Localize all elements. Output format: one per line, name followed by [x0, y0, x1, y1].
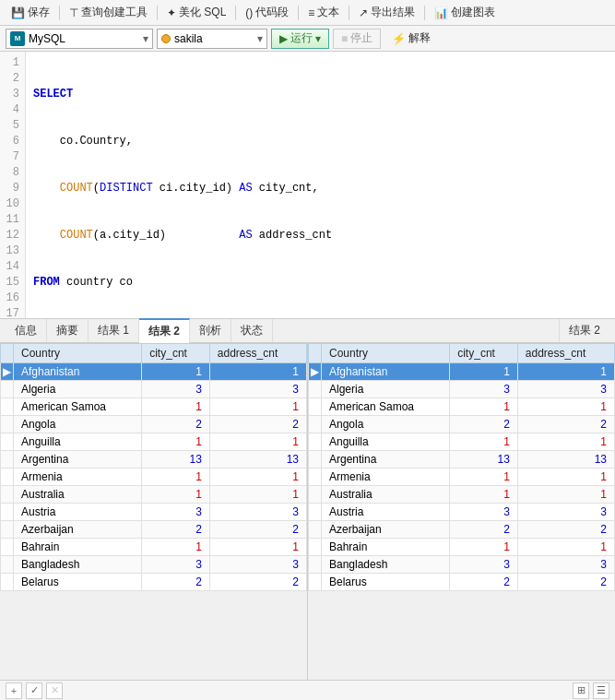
cell-city-cnt: 1 — [450, 363, 518, 381]
explain-button[interactable]: ⚡ 解释 — [384, 29, 438, 49]
table-row[interactable]: Anguilla11 — [309, 433, 615, 451]
row-marker — [309, 416, 322, 433]
table-row[interactable]: Algeria33 — [309, 381, 615, 398]
table-row[interactable]: Belarus22 — [1, 574, 307, 591]
row-marker — [1, 451, 14, 469]
table-row[interactable]: Bangladesh33 — [309, 556, 615, 574]
cell-address-cnt: 1 — [517, 539, 614, 556]
table-row[interactable]: Armenia11 — [309, 469, 615, 486]
save-button[interactable]: 💾 保存 — [6, 3, 55, 22]
row-marker — [309, 556, 322, 574]
chart-button[interactable]: 📊 创建图表 — [429, 3, 501, 22]
tab-analyze[interactable]: 剖析 — [190, 319, 231, 342]
result-pane-1[interactable]: Country city_cnt address_cnt ▶Afghanista… — [0, 343, 308, 680]
table-row[interactable]: ▶Afghanistan11 — [1, 363, 307, 381]
tab-result2[interactable]: 结果 2 — [139, 318, 190, 343]
cell-address-cnt: 1 — [517, 398, 614, 416]
cell-country: Austria — [322, 504, 450, 521]
connection-selector[interactable]: M MySQL ▾ — [6, 29, 153, 49]
export-button[interactable]: ↗ 导出结果 — [353, 3, 420, 22]
table-row[interactable]: Azerbaijan22 — [1, 521, 307, 539]
table-row[interactable]: Argentina1313 — [309, 451, 615, 469]
cell-country: Austria — [14, 504, 142, 521]
cell-city-cnt: 1 — [142, 433, 210, 451]
table-row[interactable]: Belarus22 — [309, 574, 615, 591]
cell-address-cnt: 1 — [209, 363, 306, 381]
cell-address-cnt: 3 — [517, 504, 614, 521]
table-row[interactable]: Bahrain11 — [309, 539, 615, 556]
results-area: Country city_cnt address_cnt ▶Afghanista… — [0, 343, 615, 680]
database-selector[interactable]: sakila ▾ — [157, 29, 267, 49]
stop-button[interactable]: ■ 停止 — [333, 29, 381, 49]
row-marker — [309, 574, 322, 591]
code-content[interactable]: SELECT co.Country, COUNT(DISTINCT ci.cit… — [26, 52, 615, 318]
sql-editor[interactable]: 12345 678910 1112131415 1617181920 21222… — [0, 52, 615, 319]
result-pane-2[interactable]: Country city_cnt address_cnt ▶Afghanista… — [308, 343, 615, 680]
row-marker — [1, 433, 14, 451]
list-view-button[interactable]: ☰ — [593, 682, 609, 699]
grid-view-button[interactable]: ⊞ — [573, 682, 589, 699]
cell-address-cnt: 1 — [209, 486, 306, 504]
cell-country: Argentina — [322, 451, 450, 469]
tab-status[interactable]: 状态 — [231, 319, 273, 342]
query-builder-button[interactable]: ⊤ 查询创建工具 — [64, 3, 153, 22]
table-row[interactable]: Anguilla11 — [1, 433, 307, 451]
cell-address-cnt: 2 — [209, 416, 306, 433]
table-row[interactable]: Bangladesh33 — [1, 556, 307, 574]
check-icon: ✓ — [30, 684, 39, 696]
add-row-button[interactable]: + — [6, 682, 22, 699]
chart-icon: 📊 — [434, 6, 448, 19]
row-marker — [309, 451, 322, 469]
cell-address-cnt: 2 — [517, 574, 614, 591]
row-marker — [1, 398, 14, 416]
cell-city-cnt: 3 — [142, 556, 210, 574]
delete-button[interactable]: ✕ — [46, 682, 63, 699]
table-row[interactable]: Austria33 — [1, 504, 307, 521]
run-button[interactable]: ▶ 运行 ▾ — [271, 29, 329, 49]
table-row[interactable]: Angola22 — [309, 416, 615, 433]
snippet-button[interactable]: () 代码段 — [240, 3, 294, 22]
cell-country: Belarus — [322, 574, 450, 591]
tab-result1[interactable]: 结果 1 — [89, 319, 139, 342]
cell-city-cnt: 3 — [450, 381, 518, 398]
text-button[interactable]: ≡ 文本 — [302, 3, 345, 22]
table-row[interactable]: ▶Afghanistan11 — [309, 363, 615, 381]
connection-name: MySQL — [29, 32, 65, 45]
table-row[interactable]: Argentina1313 — [1, 451, 307, 469]
table-row[interactable]: Bahrain11 — [1, 539, 307, 556]
table-row[interactable]: Azerbaijan22 — [309, 521, 615, 539]
cell-country: Bangladesh — [14, 556, 142, 574]
cell-address-cnt: 1 — [517, 486, 614, 504]
table-row[interactable]: Algeria33 — [1, 381, 307, 398]
table-row[interactable]: American Samoa11 — [309, 398, 615, 416]
table-row[interactable]: Angola22 — [1, 416, 307, 433]
cell-city-cnt: 1 — [450, 539, 518, 556]
sep6 — [424, 6, 425, 20]
cell-city-cnt: 3 — [450, 504, 518, 521]
table-row[interactable]: Australia11 — [309, 486, 615, 504]
cell-country: Algeria — [322, 381, 450, 398]
connection-dropdown-arrow: ▾ — [143, 32, 148, 45]
bottom-bar: + ✓ ✕ ⊞ ☰ — [0, 680, 615, 700]
cell-address-cnt: 3 — [517, 381, 614, 398]
row-marker — [309, 433, 322, 451]
confirm-button[interactable]: ✓ — [26, 682, 42, 699]
cell-city-cnt: 2 — [450, 521, 518, 539]
cell-address-cnt: 1 — [209, 539, 306, 556]
tab-summary[interactable]: 摘要 — [47, 319, 89, 342]
table-row[interactable]: American Samoa11 — [1, 398, 307, 416]
tab-info[interactable]: 信息 — [6, 319, 47, 342]
chart-label: 创建图表 — [451, 5, 495, 20]
table-row[interactable]: Australia11 — [1, 486, 307, 504]
cell-country: Algeria — [14, 381, 142, 398]
beautify-label: 美化 SQL — [179, 5, 226, 20]
row-marker — [309, 504, 322, 521]
row-marker — [309, 398, 322, 416]
cell-city-cnt: 1 — [142, 486, 210, 504]
mysql-icon: M — [10, 31, 25, 46]
table-row[interactable]: Armenia11 — [1, 469, 307, 486]
col-country-2: Country — [322, 344, 450, 363]
table-row[interactable]: Austria33 — [309, 504, 615, 521]
col-address-cnt-1: address_cnt — [209, 344, 306, 363]
beautify-button[interactable]: ✦ 美化 SQL — [161, 3, 231, 22]
